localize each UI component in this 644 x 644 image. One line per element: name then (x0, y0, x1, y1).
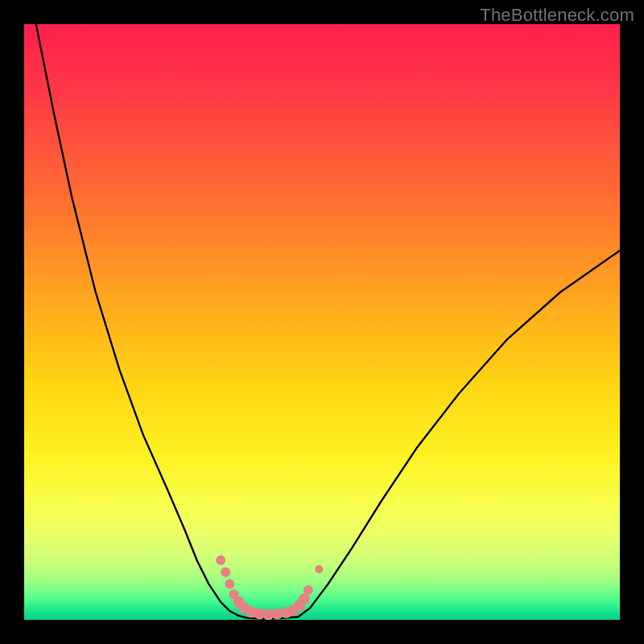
chart-frame (24, 24, 620, 620)
valley-marker (221, 568, 230, 577)
valley-marker (216, 555, 225, 565)
watermark-text: TheBottleneck.com (480, 5, 634, 26)
valley-marker (315, 565, 323, 573)
valley-marker (303, 585, 313, 595)
valley-marker (225, 580, 234, 589)
chart-plot (24, 24, 620, 620)
valley-marker (299, 593, 310, 605)
